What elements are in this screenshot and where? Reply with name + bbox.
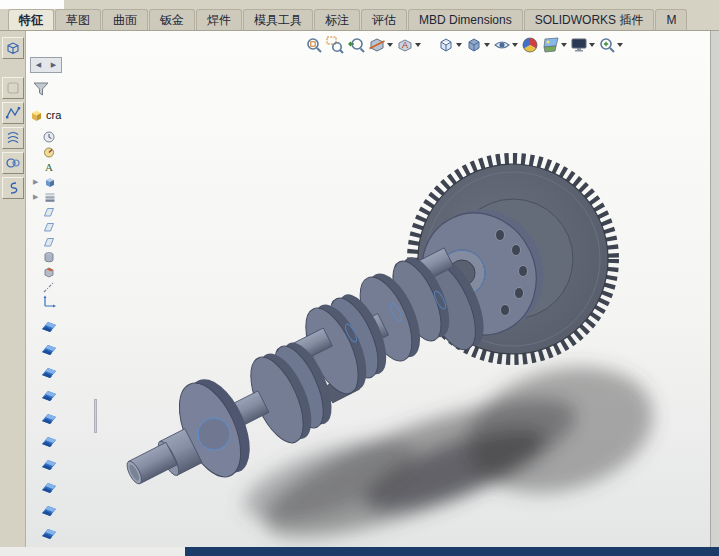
tab-evaluate[interactable]: 评估 [361,9,407,30]
top-plane-icon [42,220,56,234]
zoom-to-area-button[interactable] [325,35,345,55]
crank-web [295,297,377,401]
tree-item-annotations[interactable]: A [28,159,106,174]
tree-item-history[interactable] [28,129,106,144]
tree-feature-item[interactable] [28,476,106,499]
tab-sketch[interactable]: 草图 [55,9,101,30]
tree-part-row[interactable]: cra [28,107,106,123]
previous-view-icon [347,36,365,54]
apply-scene-button[interactable] [541,35,568,55]
tree-item-origin[interactable] [28,294,106,309]
annotation-views-button[interactable]: A [395,35,422,55]
panel-resize-handle[interactable] [94,399,97,433]
tree-item-boss-feature[interactable] [28,249,106,264]
tab-sheet-metal[interactable]: 钣金 [149,9,195,30]
tree-item-sensors[interactable] [28,144,106,159]
tab-mold-tools[interactable]: 模具工具 [243,9,313,30]
view-settings-button[interactable] [569,35,596,55]
window-right-border [710,31,719,547]
hook-tool-button[interactable] [2,177,24,199]
bottom-bar-left [0,547,185,556]
part-icon [30,109,43,122]
tree-feature-item[interactable] [28,453,106,476]
tab-weldments[interactable]: 焊件 [196,9,242,30]
tab-solidworks-addins[interactable]: SOLIDWORKS 插件 [524,9,655,30]
tab-surfaces[interactable]: 曲面 [102,9,148,30]
tree-rows: A ▶ ▶ [28,129,106,309]
crank-web [240,346,322,450]
main-journal [213,391,268,435]
view-settings-icon [570,36,588,54]
expand-arrow-icon[interactable]: ▶ [33,178,41,186]
polyline-tool-button[interactable] [2,102,24,124]
annotation-views-icon: A [396,36,414,54]
section-view-icon [368,36,386,54]
rings-tool-button[interactable] [2,152,24,174]
crank-web [412,251,495,357]
blank-tool-button[interactable] [2,77,24,99]
crank-web [265,336,342,435]
swept-feature-icon [40,480,58,496]
view-orientation-icon [437,36,455,54]
tab-mbd-dimensions[interactable]: MBD Dimensions [408,9,523,30]
crank-pin [325,373,360,403]
tree-item-material[interactable]: ▶ [28,189,106,204]
pane-expand-right-button[interactable]: ▶ [46,58,61,72]
svg-text:A: A [402,40,408,50]
dropdown-caret [484,43,490,47]
titlebar-strip [0,0,719,9]
dropdown-caret [512,43,518,47]
right-plane-icon [42,235,56,249]
front-plane-icon [42,205,56,219]
tab-features[interactable]: 特征 [8,9,54,30]
filter-button[interactable] [30,81,52,99]
rear-flange-web [401,190,563,354]
front-web-boss [198,418,230,450]
tree-feature-item[interactable] [28,338,106,361]
apply-scene-icon [542,36,560,54]
tree-item-solid-bodies[interactable]: ▶ [28,174,106,189]
graphics-viewport[interactable]: A [26,31,710,547]
box-tool-button[interactable] [2,37,24,59]
nose-flange [155,429,203,478]
blank-tool-icon [5,80,21,96]
dropdown-caret [561,43,567,47]
crankshaft[interactable] [124,190,564,486]
feature-manager-tree: ◀ ▶ cra [28,57,106,545]
zoom-to-fit-icon [305,36,323,54]
previous-view-button[interactable] [346,35,366,55]
filter-funnel-icon [32,81,50,97]
dropdown-caret [387,43,393,47]
tree-feature-item[interactable] [28,522,106,545]
dropdown-caret [617,43,623,47]
pane-collapse-left-button[interactable]: ◀ [31,58,46,72]
tree-item-axis[interactable] [28,279,106,294]
timing-gear[interactable] [413,159,613,359]
shaft-nose [124,442,177,486]
swept-feature-icon [40,319,58,335]
view-orientation-button[interactable] [436,35,463,55]
tree-item-top-plane[interactable] [28,219,106,234]
magnify-button[interactable] [597,35,624,55]
heads-up-toolbar: A [304,35,624,55]
display-style-button[interactable] [464,35,491,55]
part-name-label: cra [46,109,61,121]
edit-appearance-button[interactable] [520,35,540,55]
zoom-to-fit-button[interactable] [304,35,324,55]
hide-show-items-button[interactable] [492,35,519,55]
tab-truncated[interactable]: M [655,9,687,30]
bottom-bar-right [185,547,719,556]
tree-feature-item[interactable] [28,499,106,522]
spring-tool-button[interactable] [2,127,24,149]
section-view-button[interactable] [367,35,394,55]
crank-web [349,266,430,368]
hide-show-items-icon [493,36,511,54]
tree-item-right-plane[interactable] [28,234,106,249]
tree-item-front-plane[interactable] [28,204,106,219]
tab-annotate[interactable]: 标注 [314,9,360,30]
tree-item-cut-feature[interactable] [28,264,106,279]
tree-feature-item[interactable] [28,361,106,384]
expand-arrow-icon[interactable]: ▶ [33,193,41,201]
tree-feature-item[interactable] [28,430,106,453]
tree-feature-item[interactable] [28,315,106,338]
